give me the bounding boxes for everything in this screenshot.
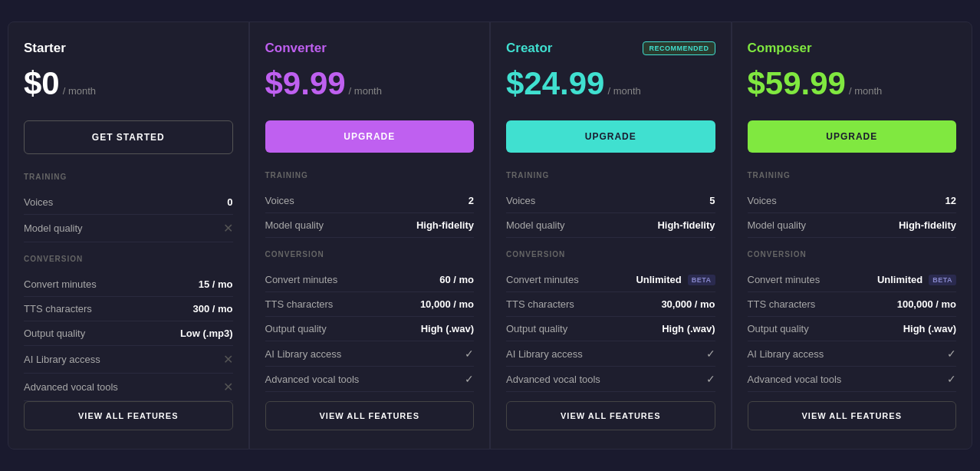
output-quality-label: Output quality [265,323,327,334]
ai-library-label: AI Library access [265,348,342,360]
output-quality-row: Output qualityHigh (.wav) [265,317,475,341]
tts-label: TTS characters [506,298,574,310]
output-quality-row: Output qualityHigh (.wav) [506,317,715,341]
convert-minutes-row: Convert minutesUnlimitedBETA [748,268,957,292]
check-icon: ✓ [947,347,956,360]
price-period: / month [349,85,382,97]
cta-button[interactable]: UPGRADE [506,120,715,153]
conversion-section-label: CONVERSION [748,250,957,259]
price-amount: $59.99 [748,65,846,102]
cta-button[interactable]: UPGRADE [748,120,957,153]
beta-badge: BETA [929,275,956,285]
conversion-section-label: CONVERSION [265,250,475,259]
voices-value: 0 [227,196,232,208]
model-quality-row: Model qualityHigh-fidelity [265,213,475,238]
voices-label: Voices [748,195,777,206]
convert-minutes-value: 60 / mo [439,274,474,285]
voices-label: Voices [24,196,53,208]
beta-badge: BETA [688,275,715,285]
tts-label: TTS characters [265,298,334,310]
price-amount: $24.99 [506,65,604,102]
convert-minutes-label: Convert minutes [265,274,338,285]
plan-header: CreatorRECOMMENDED [506,41,715,56]
cta-button[interactable]: GET STARTED [24,120,233,154]
output-quality-value: Low (.mp3) [180,328,233,339]
voices-value: 5 [709,195,715,206]
price-row: $59.99/ month [748,65,957,102]
plan-name: Creator [506,41,552,56]
plan-header: Starter [24,41,233,56]
price-period: / month [849,85,882,97]
price-row: $0/ month [24,65,233,102]
model-quality-value: High-fidelity [899,219,956,231]
cta-button[interactable]: UPGRADE [265,120,475,153]
plan-card-composer: Composer$59.99/ monthUPGRADETRAININGVoic… [732,21,973,450]
check-icon: ✓ [465,347,474,360]
price-period: / month [607,85,640,97]
check-icon: ✓ [706,373,715,385]
advanced-vocal-row: Advanced vocal tools✕ [24,374,233,401]
voices-label: Voices [506,195,535,206]
x-icon: ✕ [223,380,233,394]
ai-library-label: AI Library access [506,348,583,360]
plan-name: Converter [265,41,327,56]
price-amount: $0 [24,65,60,102]
view-all-features-button[interactable]: VIEW ALL FEATURES [506,401,715,430]
ai-library-row: AI Library access✓ [265,341,475,367]
tts-value: 300 / mo [192,303,232,315]
voices-row: Voices0 [24,190,233,215]
plan-name: Composer [748,41,812,56]
pricing-container: Starter$0/ monthGET STARTEDTRAININGVoice… [8,21,972,450]
output-quality-row: Output qualityHigh (.wav) [748,317,957,341]
convert-minutes-value: UnlimitedBETA [636,274,715,285]
x-icon: ✕ [223,352,233,367]
training-section-label: TRAINING [24,173,233,181]
output-quality-row: Output qualityLow (.mp3) [24,321,233,346]
advanced-vocal-row: Advanced vocal tools✓ [265,367,475,392]
convert-minutes-row: Convert minutes15 / mo [24,272,233,297]
plan-card-converter: Converter$9.99/ monthUPGRADETRAININGVoic… [249,21,491,450]
model-quality-row: Model quality✕ [24,215,233,242]
advanced-vocal-label: Advanced vocal tools [24,381,118,393]
convert-minutes-row: Convert minutesUnlimitedBETA [506,268,715,292]
price-row: $9.99/ month [265,65,475,102]
ai-library-row: AI Library access✓ [748,341,957,367]
conversion-section-label: CONVERSION [506,250,715,259]
model-quality-label: Model quality [265,219,324,231]
model-quality-label: Model quality [748,219,807,231]
convert-minutes-label: Convert minutes [506,274,579,285]
x-icon: ✕ [223,221,233,236]
recommended-badge: RECOMMENDED [643,41,715,55]
convert-minutes-value: 15 / mo [199,278,233,290]
view-all-features-button[interactable]: VIEW ALL FEATURES [265,401,475,430]
model-quality-row: Model qualityHigh-fidelity [506,213,715,238]
convert-minutes-row: Convert minutes60 / mo [265,268,475,292]
plan-card-starter: Starter$0/ monthGET STARTEDTRAININGVoice… [8,21,249,450]
view-all-features-button[interactable]: VIEW ALL FEATURES [748,401,957,430]
training-section-label: TRAINING [506,171,715,180]
view-all-features-button[interactable]: VIEW ALL FEATURES [24,401,233,430]
plan-header: Converter [265,41,475,56]
model-quality-row: Model qualityHigh-fidelity [748,213,957,238]
plan-header: Composer [748,41,957,56]
ai-library-row: AI Library access✕ [24,346,233,374]
advanced-vocal-row: Advanced vocal tools✓ [748,367,957,392]
check-icon: ✓ [706,347,715,360]
tts-value: 10,000 / mo [420,298,474,310]
tts-characters-row: TTS characters10,000 / mo [265,292,475,317]
plan-name: Starter [24,41,66,56]
advanced-vocal-label: Advanced vocal tools [506,374,600,385]
model-quality-label: Model quality [506,219,565,231]
voices-label: Voices [265,195,294,206]
model-quality-value: High-fidelity [657,219,715,231]
convert-minutes-label: Convert minutes [24,278,97,290]
plan-card-creator: CreatorRECOMMENDED$24.99/ monthUPGRADETR… [490,21,732,450]
output-quality-label: Output quality [506,323,567,334]
output-quality-value: High (.wav) [662,323,715,334]
output-quality-value: High (.wav) [421,323,474,334]
advanced-vocal-row: Advanced vocal tools✓ [506,367,715,392]
tts-characters-row: TTS characters30,000 / mo [506,292,715,317]
tts-label: TTS characters [24,303,92,315]
voices-row: Voices12 [748,189,957,213]
check-icon: ✓ [947,373,956,385]
